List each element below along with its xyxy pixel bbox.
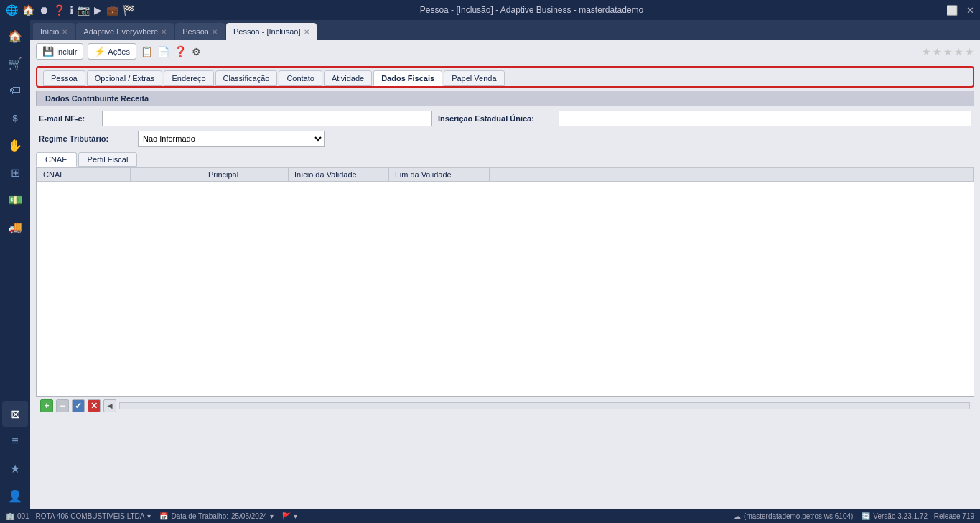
linkedin-icon[interactable]: 💼 <box>106 4 118 16</box>
facebook-icon[interactable]: 🏁 <box>123 4 135 16</box>
email-nfe-row: E-mail NF-e: Inscrição Estadual Única: <box>39 111 971 126</box>
top-icons[interactable]: 🌐 🏠 ⏺ ❓ ℹ 📷 ▶ 💼 🏁 <box>6 4 135 16</box>
table-toolbar: + − ✓ ✕ ◄ <box>36 397 974 415</box>
table-scrollbar[interactable] <box>119 402 970 409</box>
inner-tab-perfil-fiscal[interactable]: Perfil Fiscal <box>78 152 138 167</box>
status-right: ☁ (masterdatademo.petros.ws:6104) 🔄 Vers… <box>734 512 974 520</box>
regime-tributario-row: Regime Tributário: Não Informado Simples… <box>39 131 971 147</box>
tab-pessoa-inclusao-close[interactable]: ✕ <box>304 28 309 36</box>
form-section: E-mail NF-e: Inscrição Estadual Única: R… <box>36 111 974 147</box>
col-fim-validade: Fim da Validade <box>389 168 490 182</box>
star-3[interactable]: ★ <box>943 46 953 57</box>
col-empty <box>131 168 202 182</box>
sidebar-icon-cart[interactable]: 🛒 <box>2 50 28 76</box>
star-1[interactable]: ★ <box>922 46 931 57</box>
form-tab-classificacao[interactable]: Classificação <box>215 70 278 86</box>
incluir-icon: 💾 <box>42 46 54 57</box>
help-icon[interactable]: ❓ <box>53 4 65 16</box>
star-2[interactable]: ★ <box>933 46 942 57</box>
connection-label: (masterdatademo.petros.ws:6104) <box>744 512 853 520</box>
rating-stars[interactable]: ★ ★ ★ ★ ★ <box>922 46 974 57</box>
workspace-icon: 🏢 <box>6 512 14 520</box>
data-trabalho-value: 25/05/2024 <box>231 512 267 520</box>
sidebar-icon-list[interactable]: ≡ <box>2 428 28 454</box>
info-icon[interactable]: ℹ <box>70 4 73 16</box>
table-remove-button[interactable]: − <box>56 399 69 412</box>
app-logo-icon[interactable]: 🌐 <box>6 4 18 16</box>
form-tab-pessoa[interactable]: Pessoa <box>43 70 85 86</box>
sidebar-icon-grid[interactable]: ⊠ <box>2 401 28 427</box>
acoes-button[interactable]: ⚡ Ações <box>88 43 136 60</box>
status-workspace[interactable]: 🏢 001 - ROTA 406 COMBUSTIVEIS LTDA ▾ <box>6 512 151 520</box>
update-icon: 🔄 <box>862 512 870 520</box>
form-tab-contato[interactable]: Contato <box>279 70 322 86</box>
flag-icon: 🚩 <box>282 512 291 520</box>
form-tab-opcional[interactable]: Opcional / Extras <box>87 70 163 86</box>
cnae-table-wrapper: CNAE Principal Início da Validade Fim da… <box>36 167 974 397</box>
minimize-button[interactable]: — <box>928 5 938 16</box>
section-header: Dados Contribuinte Receita <box>36 91 974 106</box>
title-bar: 🌐 🏠 ⏺ ❓ ℹ 📷 ▶ 💼 🏁 Pessoa - [Inclusão] - … <box>0 0 980 20</box>
status-bar: 🏢 001 - ROTA 406 COMBUSTIVEIS LTDA ▾ 📅 D… <box>0 509 980 523</box>
form-tab-dados-fiscais[interactable]: Dados Fiscais <box>373 70 442 86</box>
copy-icon[interactable]: 📋 <box>141 46 153 57</box>
sidebar-icon-hand[interactable]: ✋ <box>2 132 28 158</box>
sidebar-icon-user[interactable]: 👤 <box>2 483 28 509</box>
form-tab-atividade[interactable]: Atividade <box>324 70 372 86</box>
tab-inicio[interactable]: Início ✕ <box>33 23 75 40</box>
star-4[interactable]: ★ <box>954 46 963 57</box>
window-controls[interactable]: — ⬜ ✕ <box>928 5 974 16</box>
close-button[interactable]: ✕ <box>966 5 974 16</box>
record-icon[interactable]: ⏺ <box>39 4 49 16</box>
data-dropdown-icon[interactable]: ▾ <box>270 512 274 520</box>
inscricao-estadual-label: Inscrição Estadual Única: <box>438 114 553 123</box>
toolbar: 💾 Incluir ⚡ Ações 📋 📄 ❓ ⚙ ★ ★ ★ ★ ★ <box>30 40 980 63</box>
calendar-icon: 📅 <box>159 512 168 520</box>
col-inicio-validade: Início da Validade <box>289 168 389 182</box>
status-flag[interactable]: 🚩 ▾ <box>282 512 297 520</box>
sidebar-icon-star[interactable]: ★ <box>2 455 28 481</box>
sidebar-icon-home[interactable]: 🏠 <box>2 23 28 49</box>
status-data-trabalho[interactable]: 📅 Data de Trabalho: 25/05/2024 ▾ <box>159 512 274 520</box>
maximize-button[interactable]: ⬜ <box>946 5 958 16</box>
version-label: Versão 3.23.1.72 - Release 719 <box>873 512 974 520</box>
paste-icon[interactable]: 📄 <box>157 46 169 57</box>
table-cancel-button[interactable]: ✕ <box>88 399 101 412</box>
sidebar-icon-truck[interactable]: 🚚 <box>2 214 28 240</box>
sidebar-icon-tag[interactable]: 🏷 <box>2 78 28 103</box>
inner-tab-cnae[interactable]: CNAE <box>36 152 77 167</box>
tab-inicio-close[interactable]: ✕ <box>62 28 67 36</box>
table-add-button[interactable]: + <box>40 399 53 412</box>
question-icon[interactable]: ❓ <box>174 45 187 58</box>
cnae-table: CNAE Principal Início da Validade Fim da… <box>37 167 974 182</box>
form-tab-papel-venda[interactable]: Papel Venda <box>444 70 504 86</box>
tab-pessoa-inclusao[interactable]: Pessoa - [Inclusão] ✕ <box>226 23 317 40</box>
col-extra <box>490 168 974 182</box>
data-trabalho-label: Data de Trabalho: <box>171 512 228 520</box>
form-tab-endereco[interactable]: Endereço <box>164 70 213 86</box>
cloud-icon: ☁ <box>734 512 741 520</box>
email-nfe-input[interactable] <box>102 111 432 126</box>
instagram-icon[interactable]: 📷 <box>78 4 90 16</box>
tab-adaptive[interactable]: Adaptive Everywhere ✕ <box>76 23 174 40</box>
sidebar-icon-table[interactable]: ⊞ <box>2 159 28 185</box>
home-nav-icon[interactable]: 🏠 <box>22 4 34 16</box>
tab-pessoa-close[interactable]: ✕ <box>212 28 218 36</box>
regime-tributario-select[interactable]: Não Informado Simples Nacional Lucro Pre… <box>138 131 325 147</box>
sidebar-icon-dollar2[interactable]: 💵 <box>2 187 28 213</box>
table-nav-button[interactable]: ◄ <box>103 399 116 412</box>
settings-icon[interactable]: ⚙ <box>192 46 201 57</box>
incluir-button[interactable]: 💾 Incluir <box>36 43 83 60</box>
inscricao-estadual-input[interactable] <box>559 111 971 126</box>
youtube-icon[interactable]: ▶ <box>94 4 102 16</box>
star-5[interactable]: ★ <box>965 46 974 57</box>
sidebar-icon-dollar[interactable]: $ <box>2 105 28 131</box>
acoes-icon: ⚡ <box>94 46 106 57</box>
workspace-dropdown-icon[interactable]: ▾ <box>147 512 151 520</box>
tab-pessoa[interactable]: Pessoa ✕ <box>175 23 225 40</box>
col-principal: Principal <box>202 168 289 182</box>
table-confirm-button[interactable]: ✓ <box>72 399 85 412</box>
flag-dropdown-icon[interactable]: ▾ <box>294 512 297 520</box>
tab-adaptive-close[interactable]: ✕ <box>161 28 167 36</box>
status-connection: ☁ (masterdatademo.petros.ws:6104) <box>734 512 853 520</box>
